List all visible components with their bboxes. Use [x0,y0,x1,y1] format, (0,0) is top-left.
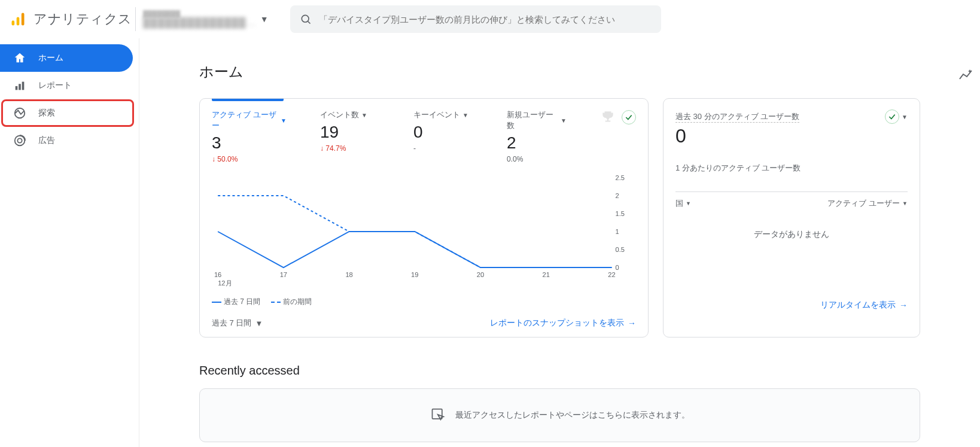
recently-accessed-title: Recently accessed [199,364,920,378]
sidebar-item-label: 広告 [38,135,55,146]
legend-current: 過去 7 日間 [224,297,260,306]
chevron-down-icon: ▼ [686,200,691,206]
svg-rect-2 [22,13,25,26]
arrow-right-icon: → [899,300,908,310]
chevron-down-icon: ▼ [902,200,908,206]
metric-active-users[interactable]: アクティブ ユーザー▼ 3 ↓ 50.0% [212,110,287,163]
realtime-value: 0 [675,125,908,147]
view-realtime-link[interactable]: リアルタイムを表示 → [820,300,908,311]
svg-text:2: 2 [616,192,619,199]
sidebar-item-home[interactable]: ホーム [0,44,133,72]
explore-icon [13,107,26,120]
divider [675,191,908,192]
cursor-document-icon [430,407,447,424]
link-label: レポートのスナップショットを表示 [490,318,624,329]
chevron-down-icon: ▼ [281,117,287,124]
realtime-card: 過去 30 分のアクティブ ユーザー数 ▼ 0 1 分あたりのアクティブ ユーザ… [663,98,920,337]
page-title: ホーム [199,62,920,81]
sidebar-item-label: 探索 [38,108,55,118]
svg-text:22: 22 [608,271,615,278]
chevron-down-icon: ▼ [462,112,468,118]
chevron-down-icon: ▼ [260,14,269,24]
svg-rect-0 [12,20,15,25]
metric-label: アクティブ ユーザー [212,110,278,131]
product-logo: アナリティクス [10,10,135,28]
svg-text:12月: 12月 [218,279,232,287]
sidebar-item-reports[interactable]: レポート [0,72,133,99]
metric-delta: ↓ 74.7% [320,144,380,153]
metric-events[interactable]: イベント数▼ 19 ↓ 74.7% [320,110,380,153]
realtime-subtitle: 1 分あたりのアクティブ ユーザー数 [675,163,908,174]
sidebar-item-label: ホーム [38,53,63,63]
metric-delta: 0.0% [507,155,567,163]
ads-icon [13,134,26,147]
search-input[interactable] [312,14,652,25]
metric-value: 0 [413,123,473,142]
svg-rect-6 [19,84,21,90]
search-icon [300,13,312,25]
svg-text:0.5: 0.5 [616,246,625,253]
svg-point-3 [302,15,309,22]
analytics-logo-icon [10,11,26,28]
product-name: アナリティクス [34,10,132,28]
view-snapshot-link[interactable]: レポートのスナップショットを表示 → [490,318,636,329]
recently-accessed-card: 最近アクセスしたレポートやページはこちらに表示されます。 [199,388,920,442]
app-header: アナリティクス ████████ ██████████████… ▼ [0,0,980,38]
link-label: リアルタイムを表示 [820,300,896,311]
main-content: ホーム アクティブ ユーザー▼ 3 ↓ 50.0% イベント数▼ 19 [139,38,980,447]
realtime-empty-message: データがありません [675,229,908,240]
status-check-icon[interactable] [622,110,636,124]
svg-text:2.5: 2.5 [616,174,625,181]
svg-text:16: 16 [214,271,221,278]
svg-text:20: 20 [477,271,484,278]
svg-text:21: 21 [543,271,550,278]
svg-text:0: 0 [616,264,619,271]
realtime-users-header[interactable]: アクティブ ユーザー▼ [827,198,908,209]
metric-new-users[interactable]: 新規ユーザー数▼ 2 0.0% [507,110,567,163]
line-chart: 00.511.522.51617181920212212月 [212,172,636,291]
reports-icon [13,79,26,92]
svg-text:17: 17 [280,271,287,278]
sidebar-item-ads[interactable]: 広告 [0,127,133,154]
svg-text:19: 19 [411,271,418,278]
chevron-down-icon[interactable]: ▼ [902,114,908,120]
svg-text:1: 1 [616,228,619,235]
metric-delta: - [413,144,473,153]
sidebar-item-label: レポート [38,80,72,91]
svg-text:1.5: 1.5 [616,210,625,217]
property-selector[interactable]: ████████ ██████████████… ▼ [135,7,276,31]
realtime-country-header[interactable]: 国▼ [675,198,691,209]
search-bar[interactable] [290,5,661,33]
metric-value: 19 [320,123,380,142]
metric-label: イベント数 [320,110,359,120]
insights-button[interactable] [958,68,973,84]
metric-value: 2 [507,133,567,153]
svg-text:18: 18 [345,271,352,278]
chevron-down-icon: ▼ [361,112,367,118]
arrow-right-icon: → [628,318,636,328]
metric-label: 新規ユーザー数 [507,110,558,131]
home-icon [13,51,26,65]
legend-previous: 前の期間 [283,297,312,306]
realtime-title: 過去 30 分のアクティブ ユーザー数 [675,111,799,123]
svg-rect-1 [17,17,20,26]
svg-line-4 [308,22,310,24]
chevron-down-icon: ▼ [255,319,263,328]
metric-key-events[interactable]: キーイベント▼ 0 - [413,110,473,153]
svg-rect-5 [16,86,18,90]
recently-empty-message: 最近アクセスしたレポートやページはこちらに表示されます。 [455,410,690,421]
sparkle-line-icon [958,68,973,83]
svg-point-9 [15,136,25,146]
svg-point-10 [17,138,22,142]
date-range-label: 過去 7 日間 [212,318,251,329]
trophy-icon[interactable] [600,110,616,125]
svg-rect-7 [22,82,25,90]
sidebar-item-explore[interactable]: 探索 [0,99,133,127]
sidebar: ホーム レポート 探索 広告 [0,38,139,447]
chevron-down-icon: ▼ [561,117,567,124]
status-check-icon[interactable] [885,110,899,124]
metric-value: 3 [212,133,287,153]
date-range-selector[interactable]: 過去 7 日間 ▼ [212,318,263,329]
chart-legend: 過去 7 日間 前の期間 [212,297,636,307]
overview-card: アクティブ ユーザー▼ 3 ↓ 50.0% イベント数▼ 19 ↓ 74.7% … [199,98,649,337]
